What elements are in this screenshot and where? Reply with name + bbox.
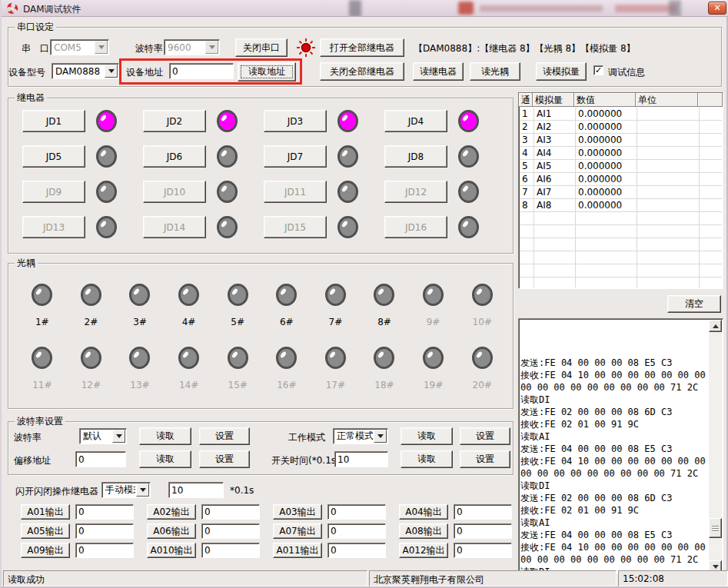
relay-button[interactable]: JD5 xyxy=(22,145,85,168)
analog-output-input[interactable] xyxy=(201,523,260,539)
analog-output-button[interactable]: A011输出 xyxy=(273,543,322,558)
analog-output-input[interactable] xyxy=(454,504,512,520)
chevron-down-icon[interactable] xyxy=(136,483,149,497)
work-mode-combobox[interactable]: 正常模式 xyxy=(333,428,388,444)
table-row[interactable]: 5 AI5 0.000000 xyxy=(520,160,722,173)
switch-time-read-button[interactable]: 读取 xyxy=(401,450,453,468)
debug-log-text[interactable]: 发送:FE 04 00 00 00 08 E5 C3接收:FE 04 10 00… xyxy=(520,320,708,573)
baud-set-button[interactable]: 设置 xyxy=(199,427,250,445)
read-relay-button[interactable]: 读继电器 xyxy=(413,62,464,81)
chevron-down-icon[interactable] xyxy=(95,41,108,54)
offset-read-button[interactable]: 读取 xyxy=(139,450,191,468)
analog-output-button[interactable]: A05输出 xyxy=(21,523,70,539)
chevron-down-icon[interactable] xyxy=(205,41,218,54)
analog-output-input[interactable] xyxy=(75,523,134,539)
table-row[interactable]: 7 AI7 0.000000 xyxy=(520,186,722,199)
relay-button[interactable]: JD2 xyxy=(143,110,206,132)
analog-output-button[interactable]: A03输出 xyxy=(273,504,322,520)
chevron-down-icon[interactable] xyxy=(374,430,387,443)
relay-button[interactable]: JD15 xyxy=(264,216,327,238)
analog-output-input[interactable] xyxy=(201,543,260,558)
table-header-analog[interactable]: 模拟量 xyxy=(533,93,574,107)
table-header-value[interactable]: 数值 xyxy=(574,93,636,107)
analog-output-input[interactable] xyxy=(75,504,134,520)
analog-output-input[interactable] xyxy=(201,504,260,520)
read-address-button[interactable]: 读取地址 xyxy=(238,62,296,81)
relay-button[interactable]: JD16 xyxy=(384,216,447,238)
port-combobox[interactable]: COM5 xyxy=(50,39,109,55)
cell-analog: AI6 xyxy=(534,173,575,186)
clear-log-button[interactable]: 清空 xyxy=(667,295,721,313)
analog-output-button[interactable]: A09输出 xyxy=(21,543,70,558)
opto-led-icon xyxy=(325,284,346,306)
cell-extra xyxy=(699,108,722,121)
analog-output-input[interactable] xyxy=(327,523,386,539)
analog-output-button[interactable]: A06输出 xyxy=(147,523,196,539)
close-serial-button[interactable]: 关闭串口 xyxy=(235,38,288,57)
chevron-down-icon[interactable] xyxy=(112,430,125,443)
scrollbar-thumb[interactable] xyxy=(709,518,722,538)
analog-output-button[interactable]: A012输出 xyxy=(399,543,448,558)
flash-time-input[interactable] xyxy=(168,482,224,498)
analog-output-button[interactable]: A02输出 xyxy=(147,504,196,520)
open-all-relays-button[interactable]: 打开全部继电器 xyxy=(320,38,404,57)
analog-output-button[interactable]: A07输出 xyxy=(273,523,322,539)
baud-read-button[interactable]: 读取 xyxy=(139,427,191,445)
debug-info-checkbox[interactable]: ✓ xyxy=(593,65,603,75)
relay-button[interactable]: JD12 xyxy=(384,181,447,203)
baud-setting-combobox[interactable]: 默认 xyxy=(79,428,127,444)
relay-button[interactable]: JD13 xyxy=(22,216,85,238)
log-line: 发送:FE 02 00 00 00 08 6D C3 xyxy=(520,492,708,504)
table-row[interactable]: 1 AI1 0.000000 xyxy=(520,108,722,121)
opto-channel: 4# xyxy=(165,282,214,345)
relay-button[interactable]: JD3 xyxy=(264,110,327,132)
relay-button[interactable]: JD1 xyxy=(22,110,85,132)
analog-output-button[interactable]: A010输出 xyxy=(147,543,196,558)
flash-mode-combobox[interactable]: 手动模式 xyxy=(101,482,151,498)
table-row[interactable]: 3 AI3 0.000000 xyxy=(520,134,722,147)
analog-output-input[interactable] xyxy=(75,543,134,558)
relay-button[interactable]: JD9 xyxy=(22,181,85,203)
cell-channel: 8 xyxy=(520,199,534,212)
table-row[interactable]: 2 AI2 0.000000 xyxy=(520,121,722,134)
table-row[interactable]: 4 AI4 0.000000 xyxy=(520,147,722,160)
read-opto-button[interactable]: 读光耦 xyxy=(470,62,520,81)
read-analog-button[interactable]: 读模拟量 xyxy=(536,62,587,81)
switch-time-input[interactable] xyxy=(334,451,388,467)
analog-output-button[interactable]: A01输出 xyxy=(21,504,70,520)
relay-button[interactable]: JD10 xyxy=(143,181,206,203)
relay-led-icon xyxy=(96,181,117,203)
offset-address-input[interactable] xyxy=(75,451,126,467)
relay-button[interactable]: JD14 xyxy=(143,216,206,238)
analog-output-button[interactable]: A04输出 xyxy=(399,504,448,520)
table-row[interactable]: 6 AI6 0.000000 xyxy=(520,173,722,186)
analog-output-input[interactable] xyxy=(327,543,386,558)
table-header-unit[interactable]: 单位 xyxy=(636,93,698,107)
log-scrollbar[interactable] xyxy=(709,320,722,573)
opto-channel: 11# xyxy=(18,345,67,408)
relay-button[interactable]: JD6 xyxy=(143,145,206,168)
switch-time-set-button[interactable]: 设置 xyxy=(460,450,510,468)
relay-button[interactable]: JD11 xyxy=(264,181,327,203)
analog-output-input[interactable] xyxy=(327,504,386,520)
table-header-channel[interactable]: 通 xyxy=(519,93,533,107)
baud-combobox[interactable]: 9600 xyxy=(164,39,220,55)
analog-output-button[interactable]: A08输出 xyxy=(399,523,448,539)
relay-button[interactable]: JD4 xyxy=(384,110,447,132)
work-mode-read-button[interactable]: 读取 xyxy=(401,427,453,445)
analog-output-cell: A04输出 xyxy=(386,504,512,520)
chevron-down-icon[interactable] xyxy=(105,65,118,78)
close-all-relays-button[interactable]: 关闭全部继电器 xyxy=(320,62,404,81)
device-model-combobox[interactable]: DAM0888 xyxy=(52,63,119,79)
work-mode-set-button[interactable]: 设置 xyxy=(460,427,510,445)
table-row[interactable]: 8 AI8 0.000000 xyxy=(520,199,722,212)
scroll-up-icon[interactable] xyxy=(709,320,722,332)
analog-output-input[interactable] xyxy=(454,543,512,558)
analog-output-input[interactable] xyxy=(454,523,512,539)
table-header-extra[interactable] xyxy=(698,93,723,107)
offset-set-button[interactable]: 设置 xyxy=(199,450,250,468)
close-button[interactable]: ✕ xyxy=(708,2,726,15)
device-address-input[interactable] xyxy=(169,63,234,79)
relay-button[interactable]: JD7 xyxy=(264,145,327,168)
relay-button[interactable]: JD8 xyxy=(384,145,447,168)
